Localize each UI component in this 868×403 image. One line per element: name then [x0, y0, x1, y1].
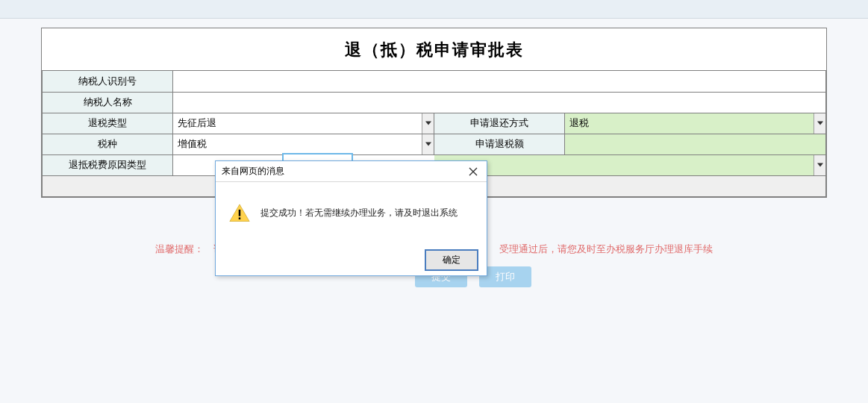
top-bar — [0, 0, 868, 19]
taxpayer-name-label: 纳税人名称 — [43, 92, 173, 113]
tax-category-value: 增值税 — [173, 137, 422, 151]
svg-rect-0 — [239, 209, 240, 216]
chevron-down-icon — [422, 113, 434, 134]
refund-type-label: 退税类型 — [43, 113, 173, 134]
hint-text-right: 受理通过后，请您及时至办税服务厅办理退库手续 — [499, 243, 713, 254]
close-icon[interactable] — [466, 164, 481, 179]
chevron-down-icon — [422, 134, 434, 154]
refund-reason-label: 退抵税费原因类型 — [43, 154, 173, 175]
return-method-label: 申请退还方式 — [434, 113, 565, 134]
chevron-down-icon — [814, 113, 825, 134]
warning-icon — [229, 204, 250, 223]
ok-button[interactable]: 确定 — [425, 250, 478, 270]
message-dialog: 来自网页的消息 提交成功！若无需继续办理业务，请及时退出系统 确定 — [215, 160, 487, 276]
svg-rect-1 — [239, 217, 240, 219]
refund-type-value: 先征后退 — [173, 116, 422, 130]
dialog-footer: 确定 — [216, 244, 487, 275]
hint-label: 温馨提醒： — [155, 243, 204, 254]
dialog-body: 提交成功！若无需继续办理业务，请及时退出系统 — [216, 182, 487, 244]
refund-type-select[interactable]: 先征后退 — [173, 113, 434, 134]
refund-reason-select[interactable] — [434, 155, 826, 175]
dialog-header: 来自网页的消息 — [216, 161, 487, 182]
dialog-title: 来自网页的消息 — [222, 165, 284, 178]
tax-category-select[interactable]: 增值税 — [173, 134, 434, 154]
return-method-select[interactable]: 退税 — [565, 113, 825, 134]
return-method-value: 退税 — [565, 116, 814, 130]
chevron-down-icon — [814, 155, 825, 175]
taxpayer-id-label: 纳税人识别号 — [43, 71, 173, 92]
tax-category-label: 税种 — [43, 134, 173, 154]
refund-amount-label: 申请退税额 — [434, 134, 565, 154]
dialog-message: 提交成功！若无需继续办理业务，请及时退出系统 — [260, 207, 458, 219]
page-title: 退（抵）税申请审批表 — [42, 28, 826, 71]
